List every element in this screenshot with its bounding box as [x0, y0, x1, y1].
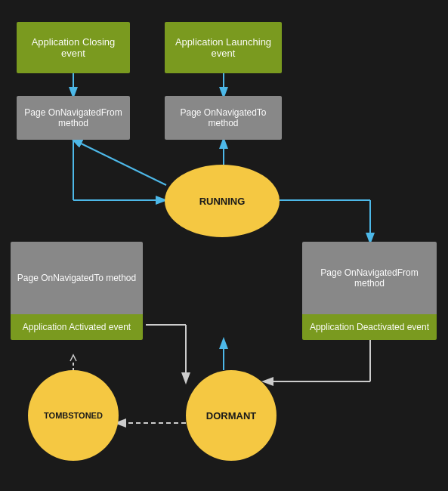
tombstoned-state: TOMBSTONED: [28, 370, 119, 461]
app-closing-box: Application Closing event: [17, 22, 130, 73]
page-navigated-to-bottom-box: Page OnNavigatedTo method: [11, 242, 143, 314]
app-launching-box: Application Launching event: [165, 22, 282, 73]
app-deactivated-box: Application Deactivated event: [302, 314, 437, 340]
page-navigated-from-top-box: Page OnNavigatedFrom method: [17, 96, 130, 140]
page-navigated-to-top-box: Page OnNavigatedTo method: [165, 96, 282, 140]
activated-combined-box: Page OnNavigatedTo method Application Ac…: [11, 242, 143, 340]
running-state: RUNNING: [165, 165, 280, 237]
dormant-state: DORMANT: [186, 370, 277, 461]
svg-line-7: [73, 140, 166, 185]
app-activated-box: Application Activated event: [11, 314, 143, 340]
deactivated-combined-box: Page OnNavigatedFrom method Application …: [302, 242, 437, 340]
page-navigated-from-bottom-box: Page OnNavigatedFrom method: [302, 242, 437, 314]
lifecycle-diagram: Application Closing event Application La…: [0, 0, 448, 491]
